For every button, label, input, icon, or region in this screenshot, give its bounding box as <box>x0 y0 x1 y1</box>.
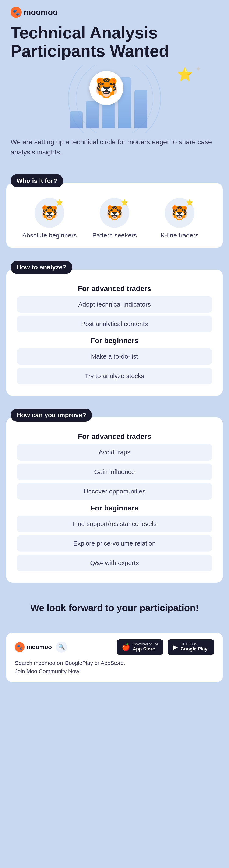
footer-logo-icon: 🐾 <box>15 642 25 652</box>
analyze-advanced-item-0: Adopt technical indicators <box>17 296 212 313</box>
google-play-text: GET IT ON Google Play <box>181 642 207 652</box>
mascot-bubble: 🐯 <box>89 71 123 105</box>
improve-beginners-item-0: Find support/resistance levels <box>17 516 212 532</box>
improve-advanced-item-0: Avoid traps <box>17 444 212 461</box>
closing-section: We look forward to your participation! <box>0 589 229 633</box>
analyze-section: How to analyze? For advanced traders Ado… <box>6 256 223 396</box>
analyze-beginners-item-1: Try to analyze stocks <box>17 368 212 384</box>
audience-item-beginners: 🐯 ⭐ Absolute beginners <box>17 198 82 240</box>
footer-bar: 🐾 moomoo 🔍 🍎 Download on the App Store ▶… <box>6 633 223 682</box>
audience-item-kline: 🐯 ⭐ K-line traders <box>147 198 212 240</box>
improve-advanced-item-2: Uncover opportunities <box>17 483 212 500</box>
hero-illustration: 🐯 ⭐ ✦ <box>11 65 218 132</box>
pattern-label: Pattern seekers <box>92 231 137 240</box>
improve-advanced-title: For advanced traders <box>17 432 212 441</box>
analyze-advanced-title: For advanced traders <box>17 284 212 293</box>
mascot-emoji: 🐯 <box>94 77 118 99</box>
improve-beginners-item-1: Explore price-volume relation <box>17 535 212 552</box>
apple-icon: 🍎 <box>122 643 130 651</box>
beginners-label: Absolute beginners <box>22 231 77 240</box>
footer-caption: Search moomoo on GooglePlay or AppStore.… <box>15 659 214 676</box>
svg-text:🐾: 🐾 <box>16 644 23 650</box>
footer-caption-line1: Search moomoo on GooglePlay or AppStore. <box>15 660 125 666</box>
svg-text:🐾: 🐾 <box>12 9 20 16</box>
sparkle-decoration: ✦ <box>195 65 201 73</box>
app-store-button[interactable]: 🍎 Download on the App Store <box>117 640 163 655</box>
analyze-card: For advanced traders Adopt technical ind… <box>6 270 223 396</box>
kline-star: ⭐ <box>186 199 193 206</box>
kline-icon: 🐯 ⭐ <box>165 198 194 228</box>
footer-caption-line2: Join Moo Community Now! <box>15 668 81 675</box>
closing-text: We look forward to your participation! <box>11 602 218 614</box>
analyze-advanced-group: For advanced traders Adopt technical ind… <box>17 284 212 332</box>
improve-beginners-title: For beginners <box>17 504 212 512</box>
pattern-icon: 🐯 ⭐ <box>100 198 129 228</box>
analyze-beginners-title: For beginners <box>17 337 212 345</box>
android-icon: ▶ <box>173 643 178 651</box>
footer-top: 🐾 moomoo 🔍 🍎 Download on the App Store ▶… <box>15 640 214 655</box>
beginners-star: ⭐ <box>56 199 63 206</box>
beginners-icon: 🐯 ⭐ <box>35 198 64 228</box>
logo-text: moomoo <box>24 8 58 17</box>
app-store-text: Download on the App Store <box>133 642 158 652</box>
analyze-beginners-item-0: Make a to-do-list <box>17 348 212 365</box>
hero-subtitle: We are setting up a technical circle for… <box>11 137 218 157</box>
star-decoration: ⭐ <box>177 67 193 82</box>
kline-label: K-line traders <box>160 231 198 240</box>
google-play-button[interactable]: ▶ GET IT ON Google Play <box>167 640 214 655</box>
logo-area: 🐾 moomoo <box>11 7 218 18</box>
improve-section: How can you improve? For advanced trader… <box>6 404 223 583</box>
header-section: 🐾 moomoo Technical Analysis Participants… <box>0 0 229 170</box>
analyze-label: How to analyze? <box>11 261 72 274</box>
google-play-name: Google Play <box>181 646 207 652</box>
audience-grid: 🐯 ⭐ Absolute beginners 🐯 ⭐ Pattern seeke… <box>17 198 212 240</box>
pattern-star: ⭐ <box>121 199 128 206</box>
app-store-name: App Store <box>133 646 158 652</box>
search-icon[interactable]: 🔍 <box>56 642 67 653</box>
analyze-beginners-group: For beginners Make a to-do-list Try to a… <box>17 337 212 384</box>
footer-logo-text: moomoo <box>27 644 52 650</box>
improve-label: How can you improve? <box>11 408 92 422</box>
hero-title: Technical Analysis Participants Wanted <box>11 24 218 60</box>
who-section: Who is it for? 🐯 ⭐ Absolute beginners 🐯 … <box>6 170 223 248</box>
app-store-sub: Download on the <box>133 642 158 646</box>
audience-item-pattern: 🐯 ⭐ Pattern seekers <box>82 198 147 240</box>
store-buttons: 🍎 Download on the App Store ▶ GET IT ON … <box>117 640 214 655</box>
who-label: Who is it for? <box>11 174 63 187</box>
who-card: 🐯 ⭐ Absolute beginners 🐯 ⭐ Pattern seeke… <box>6 183 223 248</box>
analyze-advanced-item-1: Post analytical contents <box>17 316 212 332</box>
moomoo-logo-icon: 🐾 <box>11 7 22 18</box>
improve-advanced-group: For advanced traders Avoid traps Gain in… <box>17 432 212 500</box>
improve-advanced-item-1: Gain influence <box>17 464 212 480</box>
improve-card: For advanced traders Avoid traps Gain in… <box>6 417 223 583</box>
footer-logo: 🐾 moomoo <box>15 642 52 652</box>
improve-beginners-group: For beginners Find support/resistance le… <box>17 504 212 571</box>
google-play-sub: GET IT ON <box>181 642 207 646</box>
improve-beginners-item-2: Q&A with experts <box>17 555 212 571</box>
